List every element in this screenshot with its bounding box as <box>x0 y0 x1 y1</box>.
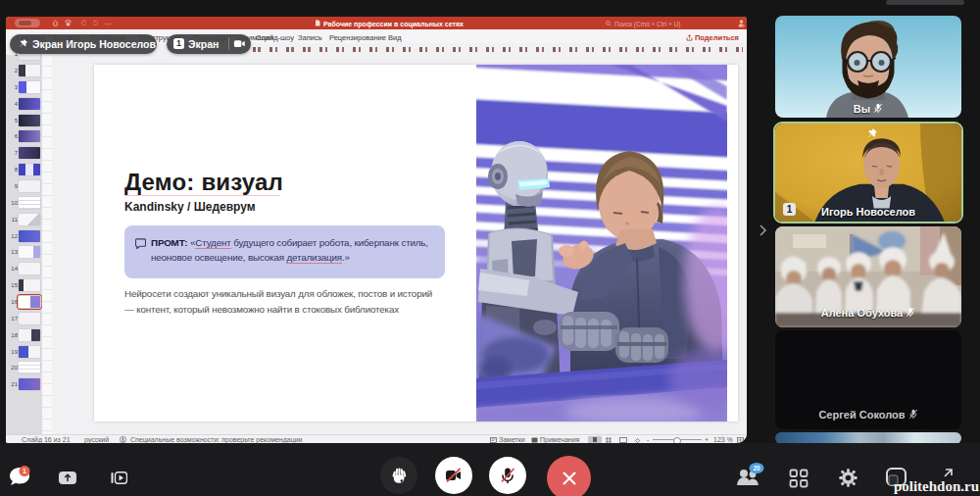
svg-text:20: 20 <box>753 465 760 471</box>
svg-text:1: 1 <box>23 468 26 474</box>
